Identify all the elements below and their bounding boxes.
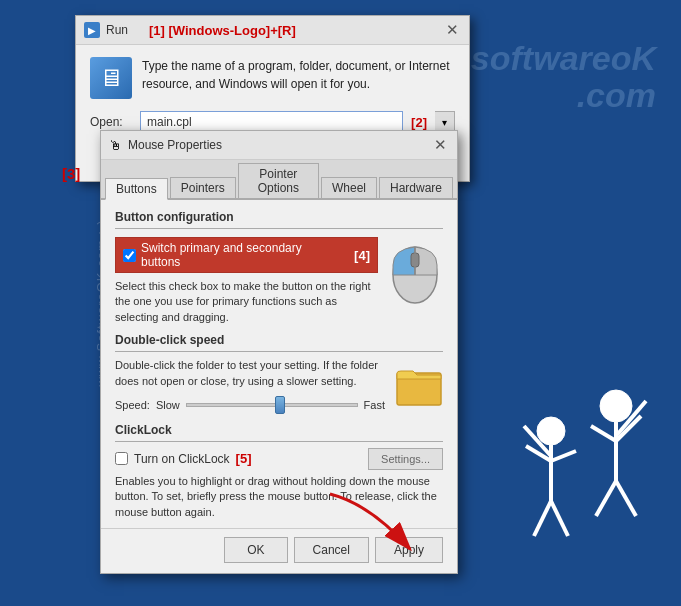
mouse-titlebar: 🖱 Mouse Properties ✕ — [101, 131, 457, 160]
clicklock-section: ClickLock Turn on ClickLock [5] Settings… — [115, 423, 443, 520]
run-close-button[interactable]: ✕ — [444, 21, 461, 39]
switch-buttons-label: Switch primary and secondary buttons — [141, 241, 341, 269]
run-description: Type the name of a program, folder, docu… — [142, 57, 455, 93]
run-title-label: Run — [106, 23, 128, 37]
run-open-label: Open: — [90, 115, 132, 129]
btn-config-title: Button configuration — [115, 210, 443, 224]
clicklock-annotation: [5] — [236, 451, 252, 466]
tab-wheel[interactable]: Wheel — [321, 177, 377, 198]
run-title-annotation: [1] [Windows-Logo]+[R] — [149, 23, 296, 38]
folder-icon[interactable] — [395, 363, 443, 410]
mouse-apply-button[interactable]: Apply — [375, 537, 443, 563]
run-title-icon: ▶ — [84, 22, 100, 38]
run-titlebar: ▶ Run [1] [Windows-Logo]+[R] ✕ — [76, 16, 469, 45]
tab-bar: Buttons Pointers Pointer Options Wheel H… — [101, 160, 457, 200]
btn-config-annotation: [4] — [354, 248, 370, 263]
tab-pointer-options[interactable]: Pointer Options — [238, 163, 319, 198]
mouse-dialog: 🖱 Mouse Properties ✕ Buttons Pointers Po… — [100, 130, 458, 574]
mouse-svg — [388, 237, 443, 305]
mouse-close-button[interactable]: ✕ — [432, 136, 449, 154]
tab-buttons-tab[interactable]: Buttons — [105, 178, 168, 200]
mouse-cancel-button[interactable]: Cancel — [294, 537, 369, 563]
annotation-3: [3] — [62, 165, 80, 182]
mouse-title-label: Mouse Properties — [128, 138, 222, 152]
clicklock-title: ClickLock — [115, 423, 443, 437]
run-app-icon: 🖥 — [90, 57, 132, 99]
speed-thumb[interactable] — [275, 396, 285, 414]
double-click-section: Double-click speed Double-click the fold… — [115, 333, 443, 415]
dblclick-description: Double-click the folder to test your set… — [115, 358, 385, 389]
speed-slider-container[interactable] — [186, 395, 358, 415]
slow-label: Slow — [156, 399, 180, 411]
speed-label: Speed: — [115, 399, 150, 411]
switch-buttons-checkbox-row: Switch primary and secondary buttons [4] — [115, 237, 378, 273]
mouse-dialog-buttons: OK Cancel Apply — [101, 528, 457, 573]
speed-track — [186, 403, 358, 407]
mouse-image — [388, 237, 443, 308]
tab-hardware[interactable]: Hardware — [379, 177, 453, 198]
button-config-section: Button configuration Switch primary and … — [115, 210, 443, 325]
mouse-ok-button[interactable]: OK — [224, 537, 287, 563]
dblclick-title: Double-click speed — [115, 333, 443, 347]
btn-config-description: Select this check box to make the button… — [115, 279, 378, 325]
clicklock-checkbox[interactable] — [115, 452, 128, 465]
mouse-title-icon: 🖱 — [109, 138, 122, 153]
switch-buttons-checkbox[interactable] — [123, 249, 136, 262]
clicklock-settings-button[interactable]: Settings... — [368, 448, 443, 470]
run-open-annotation: [2] — [411, 115, 427, 130]
tab-buttons: Buttons Pointers Pointer Options Wheel H… — [105, 163, 453, 198]
tab-pointers[interactable]: Pointers — [170, 177, 236, 198]
clicklock-description: Enables you to highlight or drag without… — [115, 474, 443, 520]
fast-label: Fast — [364, 399, 385, 411]
clicklock-label: Turn on ClickLock — [134, 452, 230, 466]
